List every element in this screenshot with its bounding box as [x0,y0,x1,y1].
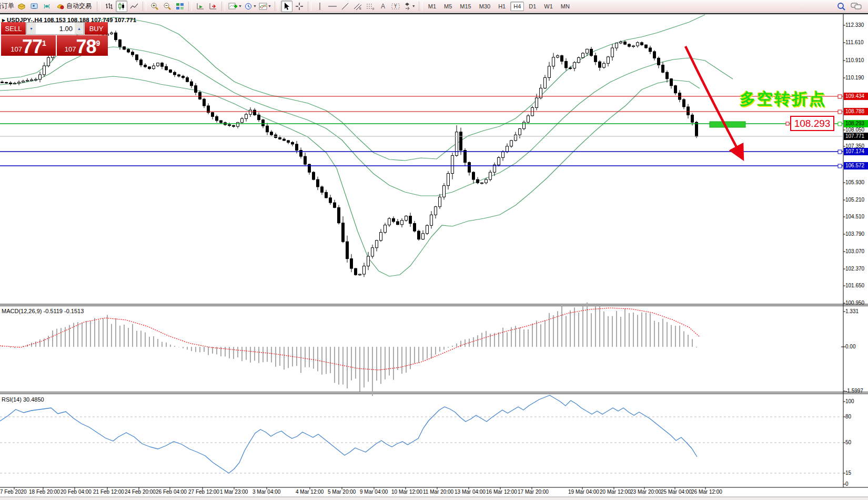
dropdown-arrow-icon[interactable]: ▼ [238,4,242,8]
chart-annotation-text[interactable]: 多空转折点 [740,88,826,110]
tf-button-H4[interactable]: H4 [510,2,524,11]
tf-button-M5[interactable]: M5 [441,2,455,11]
candle-body [266,126,269,132]
crosshair-tool-icon[interactable] [294,1,305,12]
time-axis-label: 5 Mar 20:00 [328,489,356,495]
volume-increase-button[interactable]: ▲ [75,23,84,34]
autotrade-label: 自动交易 [66,2,92,11]
candle-chart-mode-icon[interactable] [116,1,127,12]
dropdown-arrow-icon[interactable]: ▼ [412,4,416,8]
toolbar: 新订单 自动交易 ▼ ▼ ▼ E F A T ▼ M1M5M15M30H1H4D… [0,0,868,13]
buy-price-button[interactable]: 107 78 9 [56,35,108,56]
chart-shift-icon[interactable] [207,1,219,12]
candle-body [557,56,559,57]
tf-button-H1[interactable]: H1 [495,2,509,11]
zoom-in-icon[interactable] [149,1,160,12]
tf-button-W1[interactable]: W1 [541,2,556,11]
separator [97,2,100,11]
sell-price-button[interactable]: 107 77 1 [1,35,56,56]
text-tool-icon[interactable]: A [377,1,389,12]
market-watch-icon[interactable] [28,1,40,12]
tf-button-MN[interactable]: MN [558,2,573,11]
candle-body [216,116,218,121]
cursor-tool-icon[interactable] [281,1,292,12]
candle-body [270,132,273,135]
auto-scroll-icon[interactable] [195,1,206,12]
line-anchor-square[interactable] [838,164,842,168]
price-tag-anchor[interactable] [786,122,789,125]
candle-body [334,203,336,207]
line-anchor-square[interactable] [838,122,842,126]
buy-button[interactable]: BUY [84,22,108,35]
autotrade-button[interactable]: 自动交易 [54,1,94,12]
gold-box-icon[interactable] [16,1,27,12]
trend-arrow[interactable] [685,46,742,157]
candle-body [371,248,374,256]
candle-body [653,52,656,58]
candle-body [1,82,4,83]
line-anchor-square[interactable] [838,150,842,154]
arrows-tool-icon[interactable]: ▼ [402,1,416,12]
candle-body [165,66,168,69]
trendline-tool-icon[interactable] [339,1,351,12]
price-tag-label[interactable]: 108.293 [790,116,834,131]
candle-body [611,48,614,57]
candle-body [279,137,281,139]
candle-body [422,234,425,239]
candle-body [329,198,332,203]
zoom-out-icon[interactable] [162,1,173,12]
tile-windows-icon[interactable] [174,1,186,12]
candle-body [355,268,357,275]
time-axis-label: 20 Feb 04:00 [60,489,92,495]
dropdown-arrow-icon[interactable]: ▼ [268,4,271,8]
time-axis-label: 26 Feb 04:00 [156,489,187,495]
candle-body [430,215,433,225]
candle-body [9,83,12,84]
candle-body [220,121,223,123]
support-highlight-rect[interactable] [710,122,745,127]
sell-button[interactable]: SELL [1,22,26,35]
macd-signal-line [0,308,700,370]
candle-body [132,52,134,55]
channel-tool-icon[interactable]: E [352,1,364,12]
candle-body [615,43,618,48]
volume-input[interactable]: 1.00 [36,25,75,33]
price-axis-label: 104.510 [845,213,868,221]
horizontal-line-tool-icon[interactable] [327,1,338,12]
new-order-button[interactable]: 新订单 [0,1,15,12]
fibonacci-tool-icon[interactable]: F [365,1,376,12]
periods-icon[interactable]: ▼ [244,1,257,12]
signal-icon[interactable] [41,1,53,12]
bar-chart-mode-icon[interactable] [103,1,115,12]
tf-button-D1[interactable]: D1 [526,2,539,11]
candle-body [182,76,185,78]
line-chart-mode-icon[interactable] [128,1,140,12]
templates-icon[interactable]: ▼ [258,1,272,12]
macd-axis-label: 1.331 [845,308,868,315]
vertical-line-tool-icon[interactable] [314,1,326,12]
indicators-icon[interactable]: ▼ [228,1,243,12]
candle-body [447,174,450,186]
chat-icon[interactable] [850,1,863,12]
dropdown-arrow-icon[interactable]: ▼ [253,4,257,8]
candle-body [489,172,492,179]
tf-button-M1[interactable]: M1 [425,2,439,11]
tf-button-M15[interactable]: M15 [457,2,474,11]
candle-body [658,58,660,65]
tf-button-M30[interactable]: M30 [476,2,493,11]
candle-body [228,125,231,126]
candle-body [481,183,483,184]
separator [188,2,192,11]
volume-decrease-button[interactable]: ▼ [27,23,36,34]
time-axis-label: 20 Mar 12:00 [600,489,631,495]
candle-body [287,141,290,142]
price-chart-svg[interactable] [0,13,868,498]
line-anchor-square[interactable] [838,95,842,98]
candle-body [510,141,513,146]
line-anchor-square[interactable] [838,110,842,114]
candle-body [506,146,509,152]
text-label-tool-icon[interactable]: T [390,1,401,12]
candle-body [632,46,635,47]
search-icon[interactable] [835,1,847,12]
candle-body [683,99,685,107]
